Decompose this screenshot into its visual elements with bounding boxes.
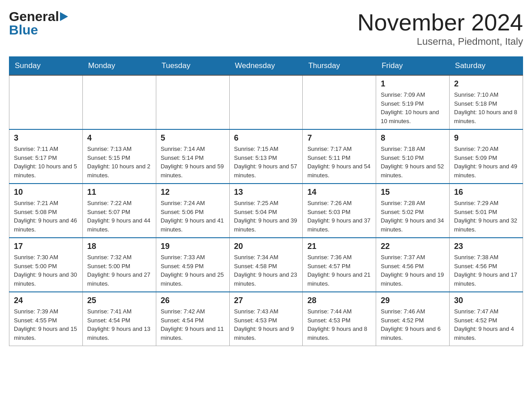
table-row <box>303 75 376 129</box>
day-number: 9 <box>454 133 518 143</box>
logo: General Blue <box>9 9 68 38</box>
day-info: Sunrise: 7:36 AMSunset: 4:57 PMDaylight:… <box>307 253 371 288</box>
day-info: Sunrise: 7:44 AMSunset: 4:53 PMDaylight:… <box>307 307 371 342</box>
table-row: 29Sunrise: 7:46 AMSunset: 4:52 PMDayligh… <box>376 292 450 346</box>
calendar-body: 1Sunrise: 7:09 AMSunset: 5:19 PMDaylight… <box>9 75 523 346</box>
table-row <box>229 75 303 129</box>
calendar-subtitle: Luserna, Piedmont, Italy <box>357 36 523 47</box>
day-info: Sunrise: 7:46 AMSunset: 4:52 PMDaylight:… <box>381 307 445 342</box>
day-number: 8 <box>381 133 445 143</box>
day-info: Sunrise: 7:30 AMSunset: 5:00 PMDaylight:… <box>14 253 78 288</box>
table-row: 12Sunrise: 7:24 AMSunset: 5:06 PMDayligh… <box>156 184 229 238</box>
day-info: Sunrise: 7:15 AMSunset: 5:13 PMDaylight:… <box>234 145 298 180</box>
table-row: 2Sunrise: 7:10 AMSunset: 5:18 PMDaylight… <box>450 75 523 129</box>
logo-arrow-icon <box>60 12 68 21</box>
table-row: 15Sunrise: 7:28 AMSunset: 5:02 PMDayligh… <box>376 184 450 238</box>
table-row: 7Sunrise: 7:17 AMSunset: 5:11 PMDaylight… <box>303 129 376 184</box>
day-info: Sunrise: 7:18 AMSunset: 5:10 PMDaylight:… <box>381 145 445 180</box>
col-tuesday: Tuesday <box>156 57 229 76</box>
day-number: 23 <box>454 242 518 251</box>
day-number: 29 <box>381 296 445 305</box>
day-number: 7 <box>307 133 371 143</box>
day-number: 2 <box>454 79 518 89</box>
calendar-week-row: 3Sunrise: 7:11 AMSunset: 5:17 PMDaylight… <box>9 129 523 184</box>
day-number: 17 <box>14 242 78 251</box>
table-row: 23Sunrise: 7:38 AMSunset: 4:56 PMDayligh… <box>450 238 523 292</box>
table-row: 21Sunrise: 7:36 AMSunset: 4:57 PMDayligh… <box>303 238 376 292</box>
day-number: 15 <box>381 188 445 197</box>
day-info: Sunrise: 7:43 AMSunset: 4:53 PMDaylight:… <box>234 307 298 342</box>
table-row: 8Sunrise: 7:18 AMSunset: 5:10 PMDaylight… <box>376 129 450 184</box>
day-number: 19 <box>161 242 225 251</box>
col-thursday: Thursday <box>303 57 376 76</box>
calendar-week-row: 17Sunrise: 7:30 AMSunset: 5:00 PMDayligh… <box>9 238 523 292</box>
table-row: 14Sunrise: 7:26 AMSunset: 5:03 PMDayligh… <box>303 184 376 238</box>
col-saturday: Saturday <box>450 57 523 76</box>
calendar-week-row: 10Sunrise: 7:21 AMSunset: 5:08 PMDayligh… <box>9 184 523 238</box>
day-number: 10 <box>14 188 78 197</box>
day-number: 12 <box>161 188 225 197</box>
day-number: 18 <box>87 242 151 251</box>
day-info: Sunrise: 7:37 AMSunset: 4:56 PMDaylight:… <box>381 253 445 288</box>
title-block: November 2024 Luserna, Piedmont, Italy <box>357 9 523 47</box>
day-number: 6 <box>234 133 298 143</box>
calendar-title: November 2024 <box>357 9 523 36</box>
day-info: Sunrise: 7:11 AMSunset: 5:17 PMDaylight:… <box>14 145 78 180</box>
table-row <box>9 75 83 129</box>
day-number: 16 <box>454 188 518 197</box>
table-row: 19Sunrise: 7:33 AMSunset: 4:59 PMDayligh… <box>156 238 229 292</box>
day-number: 5 <box>161 133 225 143</box>
day-number: 25 <box>87 296 151 305</box>
table-row: 3Sunrise: 7:11 AMSunset: 5:17 PMDaylight… <box>9 129 83 184</box>
logo-general-text: General <box>9 9 59 24</box>
table-row: 6Sunrise: 7:15 AMSunset: 5:13 PMDaylight… <box>229 129 303 184</box>
table-row: 4Sunrise: 7:13 AMSunset: 5:15 PMDaylight… <box>82 129 156 184</box>
day-number: 27 <box>234 296 298 305</box>
day-info: Sunrise: 7:32 AMSunset: 5:00 PMDaylight:… <box>87 253 151 288</box>
table-row: 16Sunrise: 7:29 AMSunset: 5:01 PMDayligh… <box>450 184 523 238</box>
day-number: 13 <box>234 188 298 197</box>
day-info: Sunrise: 7:10 AMSunset: 5:18 PMDaylight:… <box>454 90 518 125</box>
table-row: 18Sunrise: 7:32 AMSunset: 5:00 PMDayligh… <box>82 238 156 292</box>
calendar-header-row: Sunday Monday Tuesday Wednesday Thursday… <box>9 57 523 76</box>
table-row: 1Sunrise: 7:09 AMSunset: 5:19 PMDaylight… <box>376 75 450 129</box>
table-row: 25Sunrise: 7:41 AMSunset: 4:54 PMDayligh… <box>82 292 156 346</box>
table-row: 9Sunrise: 7:20 AMSunset: 5:09 PMDaylight… <box>450 129 523 184</box>
day-info: Sunrise: 7:29 AMSunset: 5:01 PMDaylight:… <box>454 199 518 234</box>
day-info: Sunrise: 7:17 AMSunset: 5:11 PMDaylight:… <box>307 145 371 180</box>
day-number: 11 <box>87 188 151 197</box>
day-info: Sunrise: 7:20 AMSunset: 5:09 PMDaylight:… <box>454 145 518 180</box>
table-row: 13Sunrise: 7:25 AMSunset: 5:04 PMDayligh… <box>229 184 303 238</box>
table-row <box>156 75 229 129</box>
day-info: Sunrise: 7:28 AMSunset: 5:02 PMDaylight:… <box>381 199 445 234</box>
day-number: 24 <box>14 296 78 305</box>
day-number: 20 <box>234 242 298 251</box>
logo-blue-text: Blue <box>9 22 38 38</box>
col-friday: Friday <box>376 57 450 76</box>
table-row: 30Sunrise: 7:47 AMSunset: 4:52 PMDayligh… <box>450 292 523 346</box>
day-number: 3 <box>14 133 78 143</box>
table-row: 20Sunrise: 7:34 AMSunset: 4:58 PMDayligh… <box>229 238 303 292</box>
page-header: General Blue November 2024 Luserna, Pied… <box>9 9 523 47</box>
table-row: 27Sunrise: 7:43 AMSunset: 4:53 PMDayligh… <box>229 292 303 346</box>
col-wednesday: Wednesday <box>229 57 303 76</box>
table-row: 17Sunrise: 7:30 AMSunset: 5:00 PMDayligh… <box>9 238 83 292</box>
day-info: Sunrise: 7:21 AMSunset: 5:08 PMDaylight:… <box>14 199 78 234</box>
table-row: 11Sunrise: 7:22 AMSunset: 5:07 PMDayligh… <box>82 184 156 238</box>
table-row: 28Sunrise: 7:44 AMSunset: 4:53 PMDayligh… <box>303 292 376 346</box>
day-info: Sunrise: 7:24 AMSunset: 5:06 PMDaylight:… <box>161 199 225 234</box>
table-row <box>82 75 156 129</box>
day-number: 1 <box>381 79 445 89</box>
day-number: 30 <box>454 296 518 305</box>
day-info: Sunrise: 7:38 AMSunset: 4:56 PMDaylight:… <box>454 253 518 288</box>
day-info: Sunrise: 7:33 AMSunset: 4:59 PMDaylight:… <box>161 253 225 288</box>
table-row: 24Sunrise: 7:39 AMSunset: 4:55 PMDayligh… <box>9 292 83 346</box>
day-number: 14 <box>307 188 371 197</box>
day-number: 22 <box>381 242 445 251</box>
day-info: Sunrise: 7:13 AMSunset: 5:15 PMDaylight:… <box>87 145 151 180</box>
day-info: Sunrise: 7:39 AMSunset: 4:55 PMDaylight:… <box>14 307 78 342</box>
day-number: 28 <box>307 296 371 305</box>
day-info: Sunrise: 7:34 AMSunset: 4:58 PMDaylight:… <box>234 253 298 288</box>
day-number: 21 <box>307 242 371 251</box>
svg-marker-0 <box>60 12 68 21</box>
